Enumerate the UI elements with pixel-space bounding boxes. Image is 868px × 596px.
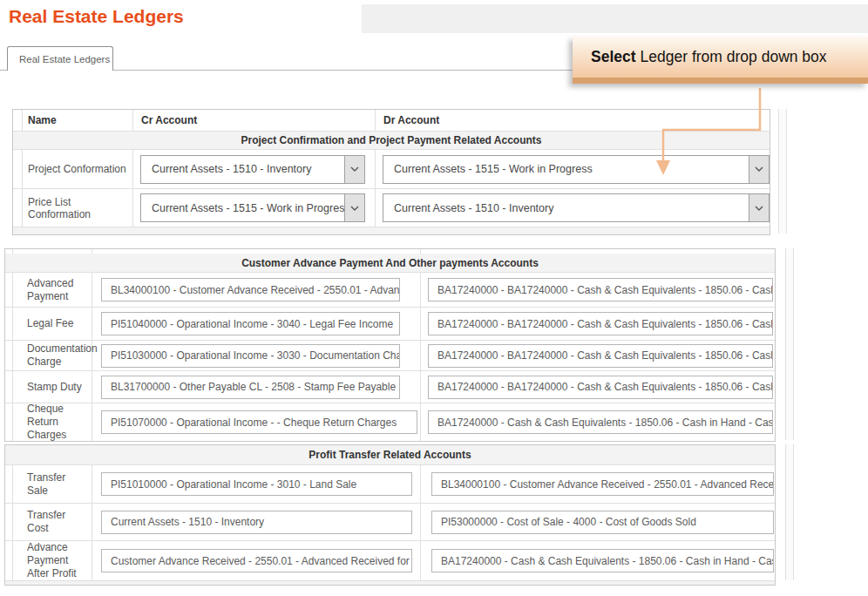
arrow-down-icon (656, 160, 670, 175)
cr-account-cell: PI51070000 - Oparational Income - - Cheq… (92, 403, 421, 441)
cr-account-field[interactable]: Current Assets - 1510 - Inventory (101, 511, 412, 534)
cr-account-field[interactable]: BL34000100 - Customer Advance Received -… (101, 278, 400, 301)
gutter-cell (5, 308, 13, 340)
gutter-cell (5, 371, 13, 403)
gutter-cell (5, 465, 13, 503)
row-label: Transfer Sale (13, 465, 92, 503)
gutter-cell (13, 150, 23, 188)
cr-account-cell: Current Assets - 1515 - Work in Progress (133, 189, 376, 227)
dr-account-cell: BL34000100 - Customer Advance Received -… (421, 465, 775, 503)
chevron-down-icon (749, 194, 769, 221)
dr-account-field[interactable]: BA17240000 - Cash & Cash Equivalents - 1… (428, 410, 773, 434)
cr-account-cell: Current Assets - 1510 - Inventory (92, 504, 421, 540)
row-label: Advance Payment After Profit (13, 541, 92, 580)
row-label: Documentation Charge (13, 341, 92, 370)
gutter-cell (5, 403, 13, 441)
col-header-name: Name (23, 110, 133, 131)
gutter-cell (5, 504, 13, 540)
table-row: Advance Payment After Profit Customer Ad… (5, 541, 775, 581)
dr-account-field[interactable]: BA17240000 - Cash & Cash Equivalents - 1… (431, 549, 774, 572)
row-label: Stamp Duty (13, 371, 92, 403)
dr-account-select[interactable]: Current Assets - 1510 - Inventory (383, 193, 770, 222)
col-header-cr-account: Cr Account (133, 110, 376, 131)
dr-account-cell: BA17240000 - BA17240000 - Cash & Cash Eq… (421, 341, 775, 370)
cr-account-field[interactable]: PI51070000 - Oparational Income - - Cheq… (101, 410, 417, 434)
scrollbar[interactable] (778, 109, 787, 234)
annotation-callout: Select Ledger from drop down box (573, 37, 868, 84)
profit-transfer-table: Profit Transfer Related Accounts Transfe… (4, 444, 776, 586)
dr-account-cell: Current Assets - 1510 - Inventory (376, 189, 770, 227)
callout-text-bold: Select (591, 48, 636, 66)
gutter-cell (13, 110, 23, 131)
dr-account-cell: BA17240000 - Cash & Cash Equivalents - 1… (421, 541, 775, 580)
cr-account-cell: BL34000100 - Customer Advance Received -… (92, 273, 421, 307)
section-header: Customer Advance Payment And Other payme… (5, 254, 775, 273)
dr-account-cell: PI53000000 - Cost of Sale - 4000 - Cost … (421, 504, 775, 540)
gutter-cell (5, 341, 13, 370)
cr-account-field[interactable]: PI51030000 - Oparational Income - 3030 -… (101, 344, 400, 368)
annotation-arrow (654, 88, 771, 184)
dr-account-field[interactable]: BA17240000 - BA17240000 - Cash & Cash Eq… (428, 312, 773, 335)
dr-account-cell: BA17240000 - Cash & Cash Equivalents - 1… (421, 403, 775, 441)
dr-account-field[interactable]: BA17240000 - BA17240000 - Cash & Cash Eq… (428, 376, 773, 399)
dr-account-field[interactable]: BA17240000 - BA17240000 - Cash & Cash Eq… (428, 344, 773, 368)
cr-account-field[interactable]: Customer Advance Received - 2550.01 - Ad… (101, 549, 412, 572)
cutoff-row-stub (5, 249, 775, 254)
dr-account-cell: BA17240000 - BA17240000 - Cash & Cash Eq… (421, 273, 775, 307)
cr-account-field[interactable]: PI51040000 - Oparational Income - 3040 -… (101, 312, 400, 335)
select-value: Current Assets - 1515 - Work in Progress (394, 163, 593, 175)
cr-account-field[interactable]: PI51010000 - Oparational Income - 3010 -… (101, 472, 412, 496)
table-row: Stamp Duty BL31700000 - Other Payable CL… (5, 371, 775, 403)
cr-account-cell: BL31700000 - Other Payable CL - 2508 - S… (92, 371, 421, 403)
dr-account-cell: BA17240000 - BA17240000 - Cash & Cash Eq… (421, 371, 775, 403)
row-label: Cheque Return Charges (13, 403, 92, 441)
dr-account-field[interactable]: BA17240000 - BA17240000 - Cash & Cash Eq… (428, 278, 773, 301)
row-label: Advanced Payment (13, 273, 92, 307)
row-label: Project Conformation (23, 150, 133, 188)
dr-account-field[interactable]: BL34000100 - Customer Advance Received -… (431, 472, 774, 496)
table-row: Price List Conformation Current Assets -… (13, 189, 770, 227)
cutoff-section-stub (13, 227, 770, 234)
select-value: Current Assets - 1515 - Work in Progress (152, 202, 350, 214)
table-row: Transfer Cost Current Assets - 1510 - In… (5, 504, 775, 541)
cutoff-section-stub (5, 581, 775, 585)
row-label: Price List Conformation (23, 189, 133, 227)
select-value: Current Assets - 1510 - Inventory (394, 202, 553, 214)
cr-account-select[interactable]: Current Assets - 1515 - Work in Progress (140, 193, 365, 222)
table-row: Advanced Payment BL34000100 - Customer A… (5, 273, 775, 308)
dr-account-field[interactable]: PI53000000 - Cost of Sale - 4000 - Cost … (431, 511, 774, 534)
callout-text: Ledger from drop down box (641, 48, 827, 66)
advance-payments-table: Customer Advance Payment And Other payme… (4, 248, 776, 442)
row-label: Transfer Cost (13, 504, 92, 540)
gutter-cell (5, 273, 13, 307)
gutter-cell (13, 189, 23, 227)
top-gray-strip (362, 4, 868, 33)
cr-account-select[interactable]: Current Assets - 1510 - Inventory (140, 155, 365, 184)
section-header: Profit Transfer Related Accounts (5, 445, 775, 465)
dr-account-cell: BA17240000 - BA17240000 - Cash & Cash Eq… (421, 308, 775, 340)
cr-account-cell: PI51040000 - Oparational Income - 3040 -… (92, 308, 421, 340)
table-row: Transfer Sale PI51010000 - Oparational I… (5, 465, 775, 504)
page-title: Real Estate Ledgers (9, 6, 184, 27)
tab-label: Real Estate Ledgers (19, 54, 110, 64)
gutter-cell (5, 541, 13, 580)
table-row: Legal Fee PI51040000 - Oparational Incom… (5, 308, 775, 341)
chevron-down-icon (344, 194, 364, 221)
scrollbar[interactable] (785, 444, 794, 580)
real-estate-ledgers-page: Real Estate Ledgers Real Estate Ledgers … (0, 0, 868, 596)
cr-account-cell: PI51010000 - Oparational Income - 3010 -… (92, 465, 421, 503)
table-row: Cheque Return Charges PI51070000 - Opara… (5, 403, 775, 441)
cr-account-field[interactable]: BL31700000 - Other Payable CL - 2508 - S… (101, 376, 400, 399)
select-value: Current Assets - 1510 - Inventory (152, 163, 311, 175)
table-row: Documentation Charge PI51030000 - Oparat… (5, 341, 775, 371)
scrollbar[interactable] (785, 248, 794, 440)
cr-account-cell: PI51030000 - Oparational Income - 3030 -… (92, 341, 421, 370)
tab-real-estate-ledgers[interactable]: Real Estate Ledgers (7, 46, 113, 71)
row-label: Legal Fee (13, 308, 92, 340)
cr-account-cell: Customer Advance Received - 2550.01 - Ad… (92, 541, 421, 580)
cr-account-cell: Current Assets - 1510 - Inventory (133, 150, 376, 188)
chevron-down-icon (344, 156, 364, 183)
